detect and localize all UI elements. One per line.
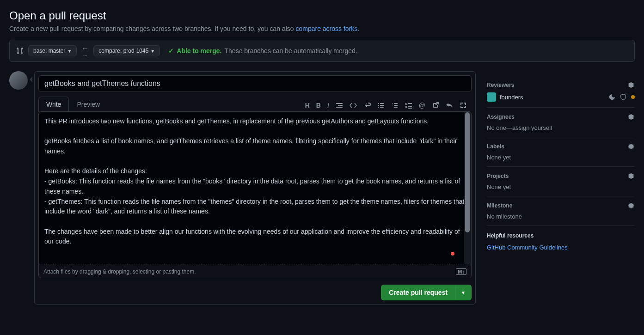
reply-icon[interactable] [446, 102, 453, 109]
gear-icon[interactable] [627, 172, 635, 180]
markdown-toolbar: H B I @ [301, 99, 472, 112]
compare-branch-label: compare: prod-1045 [98, 48, 148, 54]
italic-icon[interactable]: I [327, 102, 329, 109]
editor-tabs: Write Preview [38, 97, 108, 112]
assignees-value: No one— [487, 124, 512, 131]
create-pr-dropdown[interactable]: ▼ [455, 285, 472, 300]
shield-icon [620, 94, 626, 100]
user-avatar[interactable] [9, 71, 28, 90]
page-subtitle: Create a new pull request by comparing c… [9, 25, 635, 32]
pr-title-input[interactable] [38, 75, 472, 92]
scrollbar[interactable] [464, 112, 471, 264]
labels-title: Labels [487, 143, 504, 150]
arrow-separator: ←… [81, 45, 89, 57]
check-icon: ✓ [168, 47, 174, 55]
reviewer-name: founders [500, 94, 523, 101]
tab-preview[interactable]: Preview [69, 97, 108, 112]
unordered-list-icon[interactable] [377, 102, 385, 109]
bold-icon[interactable]: B [316, 102, 321, 109]
merge-desc-text: These branches can be automatically merg… [225, 47, 357, 55]
mention-icon[interactable]: @ [419, 102, 425, 109]
pr-body-textarea[interactable] [39, 112, 471, 264]
merge-status: ✓ Able to merge. These branches can be a… [168, 47, 357, 55]
base-branch-label: base: master [33, 48, 65, 54]
merge-ok-text: Able to merge. [177, 47, 221, 55]
milestone-value: No milestone [487, 213, 635, 220]
milestone-title: Milestone [487, 202, 512, 209]
subtitle-suffix: . [357, 25, 359, 32]
sidebar: Reviewers founders Assignees No one—assi… [487, 71, 635, 305]
ordered-list-icon[interactable] [391, 102, 399, 109]
heading-icon[interactable]: H [305, 102, 310, 109]
assign-yourself-link[interactable]: assign yourself [512, 124, 552, 131]
body-editor-wrap: Attach files by dragging & dropping, sel… [38, 111, 472, 278]
gear-icon[interactable] [627, 202, 635, 209]
tab-write[interactable]: Write [38, 97, 69, 112]
create-pr-button[interactable]: Create pull request [381, 285, 455, 300]
branch-compare-bar: base: master▼ ←… compare: prod-1045▼ ✓ A… [9, 40, 635, 62]
base-branch-selector[interactable]: base: master▼ [28, 45, 77, 56]
assignees-title: Assignees [487, 114, 515, 120]
cross-reference-icon[interactable] [432, 102, 439, 109]
subtitle-text: Create a new pull request by comparing c… [9, 25, 295, 32]
compare-forks-link[interactable]: compare across forks [295, 25, 357, 32]
projects-value: None yet [487, 183, 635, 190]
expand-icon[interactable] [460, 102, 467, 109]
help-title: Helpful resources [487, 232, 635, 239]
link-icon[interactable] [363, 102, 371, 109]
caret-down-icon: ▼ [67, 49, 72, 54]
status-dot-icon [631, 95, 635, 99]
code-icon[interactable] [350, 102, 357, 109]
recording-indicator-icon [451, 252, 454, 256]
markdown-icon[interactable]: M↓ [456, 268, 466, 275]
reviewer-row[interactable]: founders [487, 92, 635, 102]
projects-title: Projects [487, 173, 509, 179]
pr-form: Write Preview H B I @ [34, 71, 476, 305]
labels-value: None yet [487, 154, 635, 161]
quote-icon[interactable] [336, 102, 343, 109]
task-list-icon[interactable] [405, 102, 412, 109]
attach-hint[interactable]: Attach files by dragging & dropping, sel… [43, 268, 196, 275]
page-title: Open a pull request [9, 9, 635, 22]
caret-down-icon: ▼ [150, 49, 155, 54]
compare-branch-selector[interactable]: compare: prod-1045▼ [93, 45, 160, 56]
git-compare-icon [16, 47, 24, 55]
community-guidelines-link[interactable]: GitHub Community Guidelines [487, 244, 568, 251]
gear-icon[interactable] [627, 81, 635, 89]
gear-icon[interactable] [627, 113, 635, 121]
reviewer-avatar [487, 92, 496, 102]
gear-icon[interactable] [627, 143, 635, 150]
reviewers-title: Reviewers [487, 82, 514, 88]
moon-icon [609, 94, 615, 100]
